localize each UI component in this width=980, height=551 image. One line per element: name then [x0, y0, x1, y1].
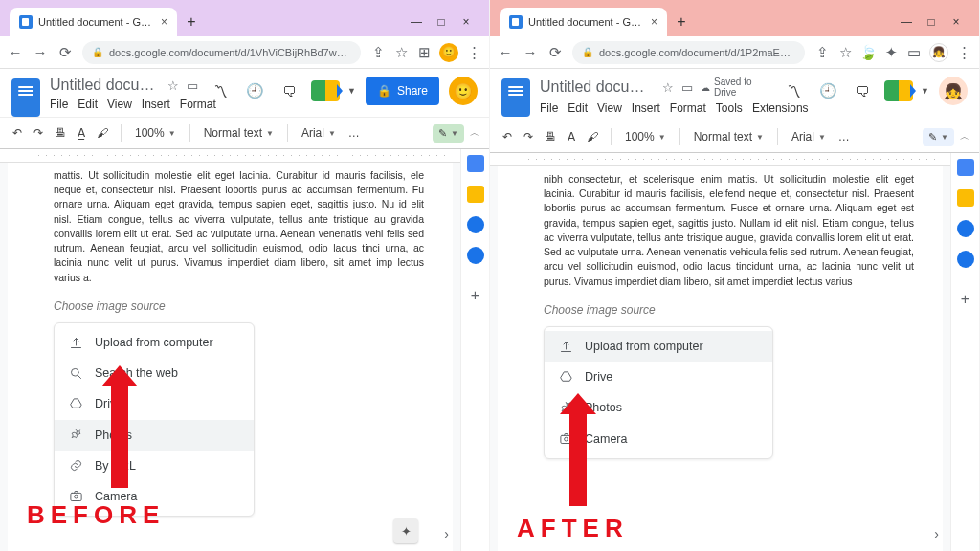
- collapse-toolbar-button[interactable]: ︿: [960, 130, 969, 143]
- reload-button[interactable]: ⟳: [547, 45, 563, 60]
- document-page[interactable]: nibh consectetur, et scelerisque enim ma…: [498, 166, 943, 551]
- option-search-web[interactable]: Search the web: [55, 358, 254, 388]
- addons-button[interactable]: +: [961, 291, 969, 308]
- style-dropdown[interactable]: Normal text▼: [690, 130, 768, 143]
- meet-icon[interactable]: [311, 80, 340, 101]
- menu-edit[interactable]: Edit: [568, 101, 588, 115]
- star-icon[interactable]: ☆: [393, 45, 409, 60]
- browser-tab[interactable]: Untitled document - Google Do… ×: [500, 8, 667, 36]
- editing-mode-button[interactable]: ✎▼: [923, 128, 954, 146]
- browser-tab[interactable]: Untitled document - Google Do… ×: [10, 8, 177, 36]
- paint-format-button[interactable]: 🖌: [584, 128, 601, 145]
- menu-icon[interactable]: ⋮: [466, 45, 481, 60]
- explore-button[interactable]: ✦: [393, 518, 418, 543]
- reload-button[interactable]: ⟳: [57, 45, 73, 60]
- share-button[interactable]: 🔒 Share: [366, 77, 439, 105]
- more-tools-button[interactable]: …: [345, 124, 363, 142]
- back-button[interactable]: ←: [498, 45, 513, 60]
- comment-icon[interactable]: 🗨: [850, 78, 875, 103]
- editing-mode-button[interactable]: ✎▼: [433, 124, 464, 143]
- contacts-icon[interactable]: [957, 251, 974, 268]
- more-tools-button[interactable]: …: [835, 128, 853, 145]
- font-dropdown[interactable]: Arial▼: [788, 130, 830, 143]
- profile-avatar[interactable]: 🙂: [439, 43, 458, 62]
- extension-icon[interactable]: 🍃: [860, 45, 876, 60]
- move-icon[interactable]: ▭: [681, 80, 693, 95]
- meet-dropdown-icon[interactable]: ▼: [347, 86, 356, 96]
- keep-icon[interactable]: [957, 189, 974, 207]
- window-close-button[interactable]: ×: [460, 15, 472, 29]
- new-tab-button[interactable]: +: [671, 11, 692, 33]
- menu-edit[interactable]: Edit: [78, 98, 98, 111]
- document-title[interactable]: Untitled docum…: [50, 77, 160, 94]
- star-icon[interactable]: ☆: [837, 45, 853, 60]
- calendar-icon[interactable]: [957, 159, 974, 176]
- menu-file[interactable]: File: [50, 98, 68, 111]
- spellcheck-button[interactable]: A̲: [565, 128, 578, 145]
- share-icon[interactable]: ⇪: [370, 45, 386, 60]
- font-dropdown[interactable]: Arial▼: [298, 126, 340, 140]
- history-icon[interactable]: 🕘: [242, 78, 267, 103]
- tasks-icon[interactable]: [467, 216, 484, 233]
- meet-dropdown-icon[interactable]: ▼: [921, 86, 929, 96]
- keep-icon[interactable]: [467, 186, 484, 203]
- share-icon[interactable]: ⇪: [814, 45, 830, 60]
- menu-format[interactable]: Format: [670, 101, 706, 115]
- trend-icon[interactable]: 〽: [781, 78, 806, 103]
- option-upload[interactable]: Upload from computer: [545, 331, 772, 362]
- print-button[interactable]: 🖶: [542, 128, 559, 145]
- address-bar[interactable]: 🔒 docs.google.com/document/d/1VhViCBijRh…: [82, 41, 361, 64]
- address-bar[interactable]: 🔒 docs.google.com/document/d/1P2maEsUIHS…: [572, 41, 805, 64]
- menu-insert[interactable]: Insert: [632, 101, 660, 115]
- collapse-toolbar-button[interactable]: ︿: [470, 126, 479, 140]
- account-avatar[interactable]: 🙂: [449, 77, 478, 105]
- option-photos[interactable]: Photos: [55, 420, 254, 451]
- forward-button[interactable]: →: [523, 45, 538, 60]
- close-tab-icon[interactable]: ×: [161, 15, 167, 29]
- side-panel-toggle[interactable]: ›: [934, 526, 939, 541]
- undo-button[interactable]: ↶: [500, 128, 515, 145]
- option-by-url[interactable]: By URL: [55, 451, 254, 481]
- undo-button[interactable]: ↶: [10, 124, 25, 142]
- document-page[interactable]: mattis. Ut sollicitudin molestie elit eg…: [8, 163, 453, 551]
- star-icon[interactable]: ☆: [662, 80, 674, 95]
- zoom-dropdown[interactable]: 100%▼: [621, 130, 670, 143]
- history-icon[interactable]: 🕘: [815, 78, 840, 103]
- extensions-icon[interactable]: ⊞: [416, 45, 432, 60]
- ruler[interactable]: [0, 149, 460, 163]
- menu-file[interactable]: File: [540, 101, 558, 115]
- document-title[interactable]: Untitled document: [540, 78, 655, 96]
- redo-button[interactable]: ↷: [521, 128, 536, 145]
- spellcheck-button[interactable]: A̲: [75, 124, 88, 142]
- trend-icon[interactable]: 〽: [208, 78, 233, 103]
- window-close-button[interactable]: ×: [950, 15, 962, 29]
- back-button[interactable]: ←: [8, 45, 23, 60]
- close-tab-icon[interactable]: ×: [651, 15, 657, 29]
- reading-list-icon[interactable]: ▭: [906, 45, 922, 60]
- new-tab-button[interactable]: +: [181, 11, 202, 33]
- profile-avatar[interactable]: 👧: [929, 43, 948, 62]
- style-dropdown[interactable]: Normal text▼: [200, 126, 278, 140]
- calendar-icon[interactable]: [467, 155, 484, 172]
- window-maximize-button[interactable]: □: [925, 15, 937, 29]
- extensions-icon[interactable]: ✦: [883, 45, 899, 60]
- contacts-icon[interactable]: [467, 247, 484, 264]
- docs-logo-icon[interactable]: [501, 78, 530, 117]
- menu-tools[interactable]: Tools: [716, 101, 743, 115]
- menu-view[interactable]: View: [597, 101, 622, 115]
- option-drive[interactable]: Drive: [545, 362, 772, 392]
- tasks-icon[interactable]: [957, 220, 974, 237]
- save-status[interactable]: ☁Saved to Drive: [701, 77, 771, 98]
- print-button[interactable]: 🖶: [52, 124, 69, 142]
- window-minimize-button[interactable]: —: [411, 15, 422, 29]
- window-maximize-button[interactable]: □: [435, 15, 447, 29]
- redo-button[interactable]: ↷: [31, 124, 46, 142]
- star-icon[interactable]: ☆: [167, 78, 179, 93]
- docs-logo-icon[interactable]: [11, 78, 40, 117]
- addons-button[interactable]: +: [471, 287, 479, 304]
- move-icon[interactable]: ▭: [187, 78, 198, 93]
- account-avatar[interactable]: 👧: [939, 77, 968, 105]
- window-minimize-button[interactable]: —: [901, 15, 912, 29]
- ruler[interactable]: [490, 153, 950, 166]
- zoom-dropdown[interactable]: 100%▼: [131, 126, 180, 140]
